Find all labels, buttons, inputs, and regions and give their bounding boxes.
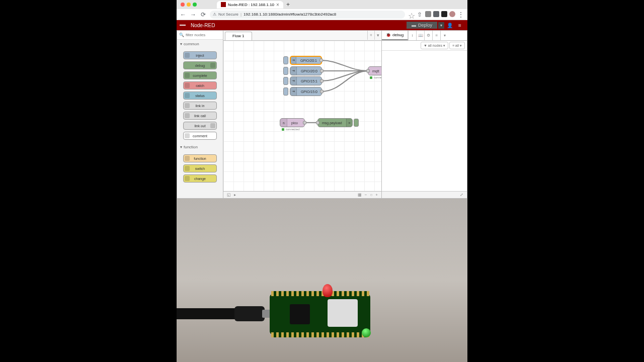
zoom-out-button[interactable]: − [363, 193, 369, 197]
workspace-footer: ◱ ▸ ▦ − ○ + [223, 191, 381, 198]
flow-tab[interactable]: Flow 1 [225, 32, 252, 40]
bookmark-star-icon[interactable]: ☆ [408, 11, 414, 17]
share-icon[interactable]: ⇧ [416, 11, 423, 18]
palette-node-catch[interactable]: catch [183, 81, 217, 89]
palette-category-function[interactable]: ▾ function [177, 143, 223, 151]
debug-toggle-button[interactable] [354, 119, 359, 127]
nav-toggle-icon-2[interactable]: ▸ [232, 193, 237, 197]
inject-button[interactable] [283, 87, 288, 96]
nav-toggle-icon[interactable]: ◱ [225, 193, 232, 197]
tab-title: Node-RED : 192.168.1.10 [228, 3, 274, 7]
node-gpio20-0[interactable]: ⇥GPIO/20:0 [290, 66, 322, 75]
sidebar-context-icon[interactable]: ≡ [432, 31, 440, 40]
palette-node-link-out[interactable]: link out [183, 122, 217, 130]
node-gpio15-1[interactable]: ⇥GPIO/15:1 [290, 76, 322, 85]
close-tab-icon[interactable]: × [276, 2, 279, 8]
zoom-in-button[interactable]: + [374, 193, 379, 197]
main-menu-icon[interactable]: ≡ [455, 21, 464, 30]
window-traffic-lights [181, 3, 197, 7]
inject-button[interactable] [283, 67, 288, 75]
browser-menu-icon[interactable]: ⋮ [457, 11, 464, 18]
extension-icon[interactable] [425, 11, 431, 17]
sidebar-menu-icon[interactable]: ▾ [440, 31, 448, 40]
palette-category-common[interactable]: ▾ common [177, 40, 223, 48]
add-flow-button[interactable]: + [367, 31, 374, 40]
palette-node-link-call[interactable]: link call [183, 112, 217, 120]
view-grid-icon[interactable]: ▦ [356, 193, 363, 197]
back-button[interactable]: ← [180, 11, 187, 18]
deploy-button[interactable]: ▬ Deploy [407, 22, 437, 29]
palette-node-comment[interactable]: comment [183, 132, 217, 140]
profile-avatar-icon[interactable] [449, 11, 455, 17]
palette-node-debug[interactable]: debug [183, 61, 217, 69]
node-gpio15-0[interactable]: ⇥GPIO/15:0 [290, 87, 322, 96]
sidebar-help-icon[interactable]: 📖 [416, 31, 424, 40]
bug-icon: 🐞 [386, 33, 391, 37]
usb-connector [234, 306, 265, 321]
chevron-down-icon: ▾ [180, 42, 182, 46]
user-icon[interactable]: 👤 [445, 21, 454, 30]
palette-node-switch[interactable]: switch [183, 164, 217, 172]
gpio-pins-top [271, 291, 369, 296]
inject-button[interactable] [283, 56, 288, 64]
deploy-menu-button[interactable]: ▾ [438, 22, 444, 29]
browser-tab-strip: Node-RED : 192.168.1.10 × + [177, 0, 467, 9]
sidebar-tab-debug[interactable]: 🐞 debug [382, 31, 408, 40]
favicon-icon [221, 2, 226, 7]
list-icon: ≡ [452, 44, 454, 47]
palette-node-status[interactable]: status [183, 92, 217, 100]
rp2040-chip [290, 304, 310, 324]
forward-button[interactable]: → [190, 11, 197, 18]
chevron-down-icon: ▾ [180, 145, 182, 149]
status-dot-icon [282, 128, 284, 131]
output-port[interactable] [320, 79, 324, 83]
palette-filter-input[interactable] [186, 33, 221, 37]
node-gpio20-1[interactable]: ⇥GPIO/20:1 [290, 56, 322, 65]
palette-node-change[interactable]: change [183, 174, 217, 183]
palette-node-link-in[interactable]: link in [183, 102, 217, 110]
status-text: connected [374, 76, 381, 79]
flow-list-button[interactable]: ▾ [374, 31, 381, 40]
input-port[interactable] [316, 121, 319, 125]
address-bar[interactable]: ⚠ Not Secure | 192.168.1.10:1880/admin/#… [210, 11, 405, 19]
filter-icon: ▼ [424, 44, 427, 47]
security-warning-icon: ⚠ [213, 12, 216, 17]
sidebar-config-icon[interactable]: ⚙ [424, 31, 432, 40]
extension-icon-2[interactable] [441, 11, 447, 17]
wifi-shield [328, 299, 358, 327]
gpio-pins-bottom [271, 332, 369, 337]
browser-tab[interactable]: Node-RED : 192.168.1.10 × [217, 1, 283, 9]
minimize-window-icon[interactable] [187, 3, 191, 7]
close-window-icon[interactable] [181, 3, 185, 7]
node-mqtt-out[interactable]: mqtt ⎋ [368, 66, 381, 75]
zoom-reset-button[interactable]: ○ [368, 193, 374, 197]
url-text: 192.168.1.10:1880/admin/#flow/a1278c3bb2… [244, 12, 336, 17]
reload-button[interactable]: ⟳ [200, 11, 207, 18]
browser-toolbar: ← → ⟳ ⚠ Not Secure | 192.168.1.10:1880/a… [177, 9, 467, 20]
input-port[interactable] [366, 69, 370, 73]
output-port[interactable] [319, 59, 323, 62]
output-port[interactable] [303, 121, 306, 125]
inject-button[interactable] [283, 77, 288, 85]
node-debug[interactable]: msg.payload ≡ [317, 118, 353, 127]
output-port[interactable] [320, 90, 324, 94]
sidebar-expand-icon[interactable]: ⤢ [458, 193, 465, 197]
maximize-window-icon[interactable] [193, 3, 197, 7]
flow-canvas[interactable]: ⇥GPIO/20:1 ⇥GPIO/20:0 ⇥GPIO/15:1 ⇥GPIO/1… [223, 41, 381, 191]
output-port[interactable] [320, 69, 324, 73]
node-mqtt-in-pico[interactable]: ⎋ pico [280, 118, 305, 127]
new-tab-button[interactable]: + [283, 1, 293, 8]
debug-filter-all[interactable]: ≡ all ▾ [449, 42, 465, 49]
palette-node-function[interactable]: function [183, 154, 217, 162]
sidebar-info-icon[interactable]: i [408, 31, 416, 40]
category-label: common [184, 42, 199, 46]
extensions-puzzle-icon[interactable] [433, 11, 439, 17]
debug-messages [382, 51, 467, 191]
palette-node-inject[interactable]: inject [183, 51, 217, 59]
inject-icon: ⇥ [290, 87, 297, 96]
palette-node-complete[interactable]: complete [183, 71, 217, 79]
search-icon: 🔍 [179, 33, 184, 37]
deploy-icon: ▬ [412, 23, 416, 28]
palette-search[interactable]: 🔍 [177, 31, 223, 40]
debug-filter-nodes[interactable]: ▼ all nodes ▾ [421, 42, 448, 49]
